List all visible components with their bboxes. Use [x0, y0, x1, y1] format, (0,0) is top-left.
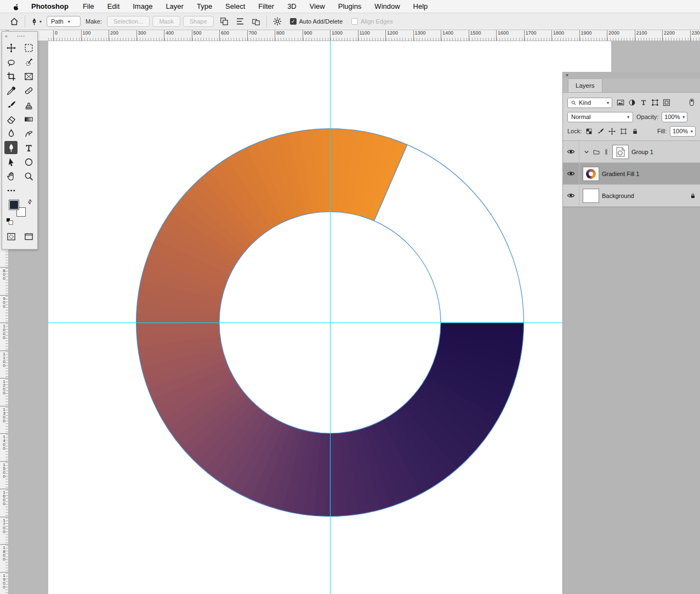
- blend-mode-select[interactable]: Normal ▾: [567, 112, 633, 122]
- lasso-tool[interactable]: [4, 55, 18, 69]
- more-tool[interactable]: [4, 184, 18, 197]
- lock-pixels-icon[interactable]: [596, 127, 605, 135]
- menu-help[interactable]: Help: [413, 2, 428, 10]
- divider: [25, 15, 25, 27]
- smudge-tool[interactable]: [22, 127, 35, 140]
- layers-panel-body: Kind ▾ Normal ▾ Opacity: 100% ▾: [563, 93, 700, 207]
- menu-filter[interactable]: Filter: [258, 2, 274, 10]
- panel-grip[interactable]: ••••: [17, 33, 25, 38]
- foreground-color-swatch[interactable]: [9, 200, 19, 210]
- eyedropper-tool[interactable]: [4, 84, 18, 97]
- brush-tool[interactable]: [4, 98, 18, 111]
- blend-opacity-row: Normal ▾ Opacity: 100% ▾: [563, 110, 700, 124]
- chevron-down-icon: ▾: [627, 115, 629, 120]
- ellipse-tool[interactable]: [22, 155, 35, 168]
- gear-icon[interactable]: [272, 16, 283, 27]
- app-menu[interactable]: Photoshop: [31, 2, 69, 10]
- selection-button[interactable]: Selection...: [107, 16, 150, 27]
- menu-bar: Photoshop FileEditImageLayerTypeSelectFi…: [0, 0, 700, 13]
- menu-layer[interactable]: Layer: [166, 2, 184, 10]
- gradient-tool[interactable]: [22, 112, 35, 126]
- hand-tool[interactable]: [4, 169, 18, 183]
- filter-type-icons: [616, 98, 671, 108]
- zoom-tool[interactable]: [22, 169, 35, 183]
- chevron-down-icon: ▾: [691, 129, 693, 134]
- filter-toggle-icon[interactable]: [688, 98, 696, 107]
- crop-tool[interactable]: [4, 70, 18, 83]
- path-alignment-icon[interactable]: [235, 16, 246, 27]
- guide-vertical[interactable]: [330, 41, 331, 594]
- lock-position-icon[interactable]: [608, 127, 616, 135]
- layer-row-group-1[interactable]: Group 1: [563, 141, 700, 163]
- checkbox-icon: [290, 18, 297, 25]
- quick-select-tool[interactable]: [22, 55, 35, 69]
- menu-type[interactable]: Type: [197, 2, 212, 10]
- menu-view[interactable]: View: [310, 2, 325, 10]
- healing-tool[interactable]: [22, 84, 35, 97]
- path-operations-icon[interactable]: [219, 16, 230, 27]
- marquee-tool[interactable]: [22, 41, 35, 54]
- align-edges-checkbox[interactable]: Align Edges: [351, 18, 393, 25]
- screenmode-tool[interactable]: [22, 230, 35, 243]
- apple-menu-icon[interactable]: [12, 2, 20, 10]
- filter-type-icon[interactable]: [639, 98, 648, 108]
- type-tool[interactable]: [22, 141, 35, 154]
- tab-layers[interactable]: Layers: [568, 78, 602, 92]
- auto-add-delete-checkbox[interactable]: Auto Add/Delete: [290, 18, 343, 25]
- close-panel-icon[interactable]: ×: [566, 72, 568, 78]
- menu-plugins[interactable]: Plugins: [338, 2, 362, 10]
- menu-image[interactable]: Image: [133, 2, 152, 10]
- layer-thumbnail[interactable]: [583, 189, 599, 203]
- lock-artboard-icon[interactable]: [619, 127, 628, 135]
- layer-name: Background: [602, 193, 634, 199]
- shape-button[interactable]: Shape: [183, 16, 214, 27]
- menu-3d[interactable]: 3D: [287, 2, 297, 10]
- canvas[interactable]: [48, 41, 611, 594]
- filter-smart-object-icon[interactable]: [662, 98, 671, 108]
- current-tool-pen-icon[interactable]: ▾: [30, 18, 42, 26]
- horizontal-ruler[interactable]: 0100200300400500600700800900100011001200…: [48, 30, 700, 41]
- layer-thumbnail[interactable]: [583, 167, 599, 181]
- fill-input[interactable]: 100% ▾: [670, 126, 696, 137]
- tool-mode-value: Path: [51, 18, 64, 25]
- options-checkboxes: Auto Add/DeleteAlign Edges: [290, 18, 393, 25]
- menu-file[interactable]: File: [83, 2, 94, 10]
- frame-tool[interactable]: [22, 70, 35, 83]
- path-select-tool[interactable]: [4, 155, 18, 168]
- blur-tool[interactable]: [4, 127, 18, 140]
- move-tool[interactable]: [4, 41, 18, 54]
- clone-stamp-tool[interactable]: [22, 98, 35, 111]
- eraser-tool[interactable]: [4, 112, 18, 126]
- visibility-eye-icon[interactable]: [563, 185, 579, 206]
- layer-row-gradient-fill-1[interactable]: Gradient Fill 1: [563, 163, 700, 185]
- layer-row-background[interactable]: Background: [563, 185, 700, 207]
- filter-shape-icon[interactable]: [650, 98, 659, 108]
- lock-transparency-icon[interactable]: [585, 127, 593, 135]
- filter-kind-value: Kind: [579, 99, 591, 106]
- default-colors-icon[interactable]: [6, 218, 14, 225]
- layer-thumbnail[interactable]: [612, 145, 629, 159]
- visibility-eye-icon[interactable]: [563, 163, 579, 184]
- guide-horizontal[interactable]: [48, 323, 611, 323]
- lock-all-icon[interactable]: [631, 127, 639, 135]
- menu-select[interactable]: Select: [225, 2, 245, 10]
- filter-adjustment-icon[interactable]: [627, 98, 636, 108]
- menu-edit[interactable]: Edit: [107, 2, 119, 10]
- pen-tool[interactable]: [4, 141, 18, 154]
- opacity-value: 100%: [664, 114, 680, 120]
- visibility-eye-icon[interactable]: [563, 141, 579, 162]
- quickmask-tool[interactable]: [4, 230, 18, 243]
- filter-kind-select[interactable]: Kind ▾: [567, 98, 612, 108]
- blend-mode-value: Normal: [571, 114, 590, 120]
- filter-image-icon[interactable]: [616, 98, 625, 108]
- menu-window[interactable]: Window: [374, 2, 400, 10]
- tool-mode-select[interactable]: Path ▾: [47, 16, 81, 27]
- checkbox-icon: [351, 18, 358, 25]
- path-arrangement-icon[interactable]: [251, 16, 261, 27]
- swap-colors-icon[interactable]: ⇄: [26, 198, 33, 206]
- collapse-panel-icon[interactable]: «: [5, 33, 8, 39]
- mask-button[interactable]: Mask: [152, 16, 180, 27]
- opacity-input[interactable]: 100% ▾: [662, 112, 687, 122]
- group-expand-chevron-icon[interactable]: [583, 148, 590, 155]
- home-icon[interactable]: [9, 16, 20, 27]
